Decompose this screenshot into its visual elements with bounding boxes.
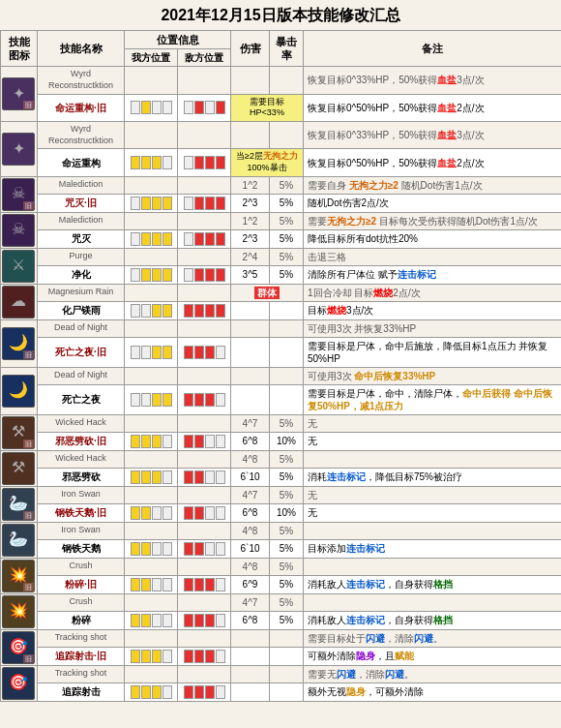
table-header: 技能 图标 技能名称 位置信息 伤害 暴击率 备注 [1,31,562,49]
note: 恢复目标0^33%HP，50%获得血盐3点/次 [304,122,562,149]
damage [231,319,270,337]
my-position [125,367,178,384]
enemy-position [178,229,231,248]
skill-name: 邪恶劈砍·旧 [38,432,125,450]
note: 消耗连击标记，降低目标75%被治疗 [304,468,562,486]
damage [231,647,270,665]
damage: 2^4 [231,248,270,265]
damage: 4^8 [231,558,270,575]
table-row: 咒灭·旧2^35%随机Dot伤害2点/次 [1,194,562,212]
damage: 6^8 [231,432,270,450]
crit-rate [270,337,304,367]
damage: 1^2 [231,176,270,194]
note: 需要自身 无拘之力≥2 随机Dot伤害1点/次 [304,176,562,194]
enemy-position [178,194,231,212]
enemy-position [178,522,231,539]
crit-rate: 10% [270,503,304,522]
note [304,558,562,575]
my-position [125,522,178,539]
crit-rate: 5% [270,265,304,284]
damage [231,682,270,701]
note: 消耗敌人连击标记，自身获得格挡 [304,611,562,629]
header-icon: 技能 图标 [1,31,38,67]
table-row: 净化3^55%清除所有尸体位 赋予连击标记 [1,265,562,284]
my-position [125,629,178,647]
skill-name: Iron Swan [38,486,125,503]
my-position [125,301,178,319]
note: 恢复目标0^50%HP，50%获得血盐2点/次 [304,149,562,176]
enemy-position [178,665,231,682]
crit-rate: 5% [270,593,304,611]
crit-rate [270,122,304,149]
skill-name: Magnesium Rain [38,284,125,301]
table-row: 旧🦢Iron Swan4^75%无 [1,486,562,503]
enemy-position [178,575,231,593]
skill-name: Crush [38,593,125,611]
skill-name: Tracking shot [38,629,125,647]
skill-icon-cell: 旧✦ [1,67,38,122]
damage: 群体 [231,284,304,301]
header-my-pos: 我方位置 [125,49,178,67]
skill-name: Wicked Hack [38,450,125,468]
table-row: 死亡之夜·旧需要目标是尸体，命中后施放，降低目标1点压力 并恢复50%HP [1,337,562,367]
table-row: 钢铁天鹅·旧6^810%无 [1,503,562,522]
note: 需要无闪避，消除闪避。 [304,665,562,682]
skill-icon-cell: 🎯 [1,665,38,701]
table-row: ✦Wyrd Reconstructktion恢复目标0^33%HP，50%获得血… [1,122,562,149]
skill-icon-cell: ☠ [1,212,38,248]
my-position [125,539,178,558]
page-title: 2021年12月15日版本技能修改汇总 [0,0,561,30]
crit-rate: 5% [270,194,304,212]
skill-icon-cell: 旧💥 [1,558,38,593]
damage: 4^7 [231,486,270,503]
skill-name: 咒灭·旧 [38,194,125,212]
skill-name: Purge [38,248,125,265]
enemy-position [178,384,231,414]
crit-rate [270,384,304,414]
enemy-position [178,122,231,149]
table-row: 咒灭2^35%降低目标所有dot抗性20% [1,229,562,248]
note: 可使用3次 命中后恢复33%HP [304,367,562,384]
crit-rate: 5% [270,486,304,503]
skill-icon-cell: 旧⚒ [1,414,38,450]
enemy-position [178,432,231,450]
note: 需要目标处于闪避，清除闪避。 [304,629,562,647]
note: 随机Dot伤害2点/次 [304,194,562,212]
table-row: 命运重构当≥2层无拘之力100%暴击恢复目标0^50%HP，50%获得血盐2点/… [1,149,562,176]
damage [231,629,270,647]
my-position [125,284,178,301]
enemy-position [178,248,231,265]
crit-rate: 5% [270,414,304,432]
skill-icon-cell: 🌙 [1,367,38,414]
note: 无 [304,486,562,503]
skill-icon-cell: 旧☠ [1,176,38,212]
crit-rate: 5% [270,611,304,629]
header-enemy-pos: 敌方位置 [178,49,231,67]
skill-name: Tracking shot [38,665,125,682]
enemy-position [178,319,231,337]
note [304,593,562,611]
skill-name: Iron Swan [38,522,125,539]
damage: 6^8 [231,503,270,522]
my-position [125,248,178,265]
damage: 4^7 [231,414,270,432]
crit-rate [270,665,304,682]
skill-icon-cell: ⚔ [1,248,38,284]
table-row: 死亡之夜需要目标是尸体，命中，清除尸体，命中后获得 命中后恢复50%HP，减1点… [1,384,562,414]
note: 击退三格 [304,248,562,265]
skill-name: 粉碎 [38,611,125,629]
note: 目标燃烧3点/次 [304,301,562,319]
crit-rate: 5% [270,212,304,229]
skill-name: Wicked Hack [38,414,125,432]
enemy-position [178,558,231,575]
crit-rate: 5% [270,450,304,468]
enemy-position [178,265,231,284]
enemy-position [178,450,231,468]
enemy-position [178,593,231,611]
table-row: ☁Magnesium Rain群体1回合冷却 目标燃烧2点/次 [1,284,562,301]
damage [231,67,270,94]
crit-rate: 5% [270,248,304,265]
enemy-position [178,682,231,701]
note [304,450,562,468]
skill-icon-cell: 💥 [1,593,38,629]
